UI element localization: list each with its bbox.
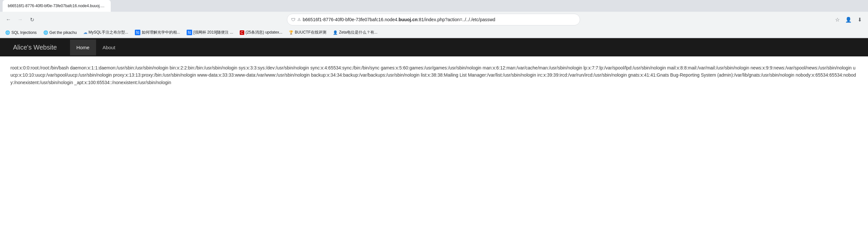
- bookmark-zeta[interactable]: 👤 Zeta电位是什么？有...: [330, 29, 380, 36]
- bookmark-optics[interactable]: 知 如何理解光学中的相...: [132, 29, 183, 36]
- nav-about[interactable]: About: [96, 39, 122, 55]
- reload-button[interactable]: ↻: [27, 15, 36, 24]
- address-prefix: b66516f1-8776-40f0-bf0e-73fe07bafc16.nod…: [303, 17, 399, 22]
- passwd-content: root:x:0:0:root:/root:/bin/bash daemon:x…: [10, 64, 858, 86]
- website-nav: Alice's Website Home About: [0, 38, 868, 56]
- bookmark-icon-4: 知: [135, 30, 141, 35]
- forward-button[interactable]: →: [16, 15, 25, 24]
- tab-bar: b66516f1-8776-40f0-bf0e-73fe07bafc16.nod…: [0, 0, 868, 12]
- bookmark-wangbei[interactable]: 知 [强网杯 2019]随便注 ...: [184, 29, 236, 36]
- bookmarks-bar: 🌐 SQL Injections 🌐 Get the pikachu ☁ MyS…: [0, 27, 868, 38]
- active-tab[interactable]: b66516f1-8776-40f0-bf0e-73fe07bafc16.nod…: [3, 0, 111, 12]
- bookmark-buuctf[interactable]: 🏆 BUUCTF在线评测: [286, 29, 329, 36]
- bookmark-icon-5: 知: [187, 30, 192, 35]
- bookmark-label-6: (25条消息) updatex...: [246, 30, 282, 35]
- bookmark-mysql[interactable]: ☁ MySQL手注之布尔型...: [81, 29, 131, 36]
- bookmark-pikachu[interactable]: 🌐 Get the pikachu: [41, 30, 80, 35]
- download-button[interactable]: ⬇: [855, 15, 864, 24]
- bookmark-csdn[interactable]: C (25条消息) updatex...: [237, 29, 285, 36]
- page-content: root:x:0:0:root:/root:/bin/bash daemon:x…: [0, 56, 868, 94]
- website-wrapper: Alice's Website Home About root:x:0:0:ro…: [0, 38, 868, 94]
- bookmark-icon-2: 🌐: [43, 30, 48, 35]
- bookmark-label-2: Get the pikachu: [50, 30, 77, 35]
- shield-icon: 🛡: [291, 17, 296, 22]
- bookmark-icon-8: 👤: [333, 30, 338, 35]
- back-button[interactable]: ←: [4, 15, 13, 24]
- bookmark-label-3: MySQL手注之布尔型...: [89, 30, 128, 35]
- address-text: b66516f1-8776-40f0-bf0e-73fe07bafc16.nod…: [303, 17, 576, 22]
- bookmark-star-button[interactable]: ☆: [833, 15, 842, 24]
- bookmark-icon-7: 🏆: [289, 30, 293, 35]
- bookmark-label-7: BUUCTF在线评测: [295, 30, 327, 35]
- bookmark-icon-3: ☁: [83, 30, 87, 35]
- toolbar-right: ☆ 👤 ⬇: [833, 15, 864, 24]
- lock-icon: ⚠: [298, 17, 301, 22]
- address-bar[interactable]: 🛡 ⚠ b66516f1-8776-40f0-bf0e-73fe07bafc16…: [287, 14, 580, 25]
- bookmark-label-4: 如何理解光学中的相...: [142, 30, 180, 35]
- browser-chrome: b66516f1-8776-40f0-bf0e-73fe07bafc16.nod…: [0, 0, 868, 38]
- website-nav-links: Home About: [70, 39, 122, 55]
- toolbar: ← → ↻ 🛡 ⚠ b66516f1-8776-40f0-bf0e-73fe07…: [0, 12, 868, 27]
- bookmark-label-8: Zeta电位是什么？有...: [339, 30, 377, 35]
- tab-title: b66516f1-8776-40f0-bf0e-73fe07bafc16.nod…: [8, 4, 105, 8]
- bookmark-icon-6: C: [240, 30, 244, 35]
- bookmark-icon-1: 🌐: [5, 30, 10, 35]
- bookmark-label-5: [强网杯 2019]随便注 ...: [193, 30, 233, 35]
- profile-button[interactable]: 👤: [844, 15, 853, 24]
- address-suffix: :81/index.php?action=../.././etc/passwd: [417, 17, 495, 22]
- website-title: Alice's Website: [13, 44, 57, 51]
- address-domain: buuoj.cn: [399, 17, 417, 22]
- bookmark-sql-injections[interactable]: 🌐 SQL Injections: [3, 30, 39, 35]
- bookmark-label-1: SQL Injections: [11, 30, 37, 35]
- nav-home[interactable]: Home: [70, 39, 96, 55]
